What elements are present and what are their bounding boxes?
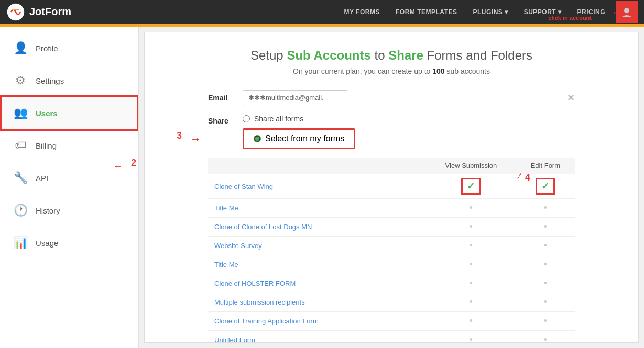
view-submission-cell[interactable]: • xyxy=(426,218,516,237)
sidebar-item-api[interactable]: 🔧 API xyxy=(0,162,138,194)
edit-form-cell[interactable]: • xyxy=(516,218,575,237)
logo-text: JotForm xyxy=(29,6,71,18)
forms-table: View Submission Edit Form Clone of Stan … xyxy=(208,158,575,343)
view-submission-cell[interactable]: • xyxy=(426,199,516,218)
sidebar-label-profile: Profile xyxy=(36,44,58,53)
view-submission-cell[interactable]: • xyxy=(426,237,516,255)
form-name-cell[interactable]: Title Me xyxy=(208,199,426,218)
form-name-cell[interactable]: Untitled Form xyxy=(208,331,426,343)
sidebar-label-history: History xyxy=(36,206,60,215)
edit-form-cell[interactable]: • xyxy=(516,331,575,343)
col-form-name xyxy=(208,158,426,174)
sidebar-item-history[interactable]: 🕐 History xyxy=(0,194,138,227)
svg-point-1 xyxy=(624,8,629,13)
email-label: Email xyxy=(208,94,234,102)
edit-form-cell[interactable]: • xyxy=(516,312,575,331)
col-view-submission: View Submission xyxy=(426,158,516,174)
table-row: Title Me•• xyxy=(208,199,575,218)
form-section: Email ✱✱✱multimedia@gmail. ✕ Share Share… xyxy=(208,90,575,343)
form-name-cell[interactable]: Clone of Stan Wing xyxy=(208,174,426,199)
form-name-cell[interactable]: Clone of Clone of Lost Dogs MN xyxy=(208,218,426,237)
billing-icon: 🏷 xyxy=(13,139,28,152)
api-icon: 🔧 xyxy=(13,171,28,185)
edit-form-cell[interactable]: • xyxy=(516,274,575,293)
sidebar-item-profile[interactable]: 👤 Profile xyxy=(0,32,138,64)
jotform-logo-icon xyxy=(6,3,25,21)
click-account-annotation: click in account xyxy=(548,15,592,21)
check-view-box[interactable]: ✓ xyxy=(461,178,481,195)
select-from-label: Select from my forms xyxy=(265,134,344,143)
form-name-cell[interactable]: Website Survey xyxy=(208,237,426,255)
edit-form-cell[interactable]: • xyxy=(516,255,575,274)
view-submission-cell[interactable]: • xyxy=(426,331,516,343)
form-name-cell[interactable]: Title Me xyxy=(208,255,426,274)
sidebar-item-billing[interactable]: 🏷 Billing xyxy=(0,129,138,162)
sidebar-label-users: Users xyxy=(36,109,58,118)
logo-area: JotForm xyxy=(6,3,337,21)
edit-form-cell[interactable]: • xyxy=(516,199,575,218)
title-sub-accounts: Sub Accounts xyxy=(287,48,370,62)
top-nav: JotForm MY FORMS FORM TEMPLATES PLUGINS … xyxy=(0,0,644,24)
table-row: Untitled Form•• xyxy=(208,331,575,343)
arrow-right-annotation: → xyxy=(607,6,618,18)
view-submission-cell[interactable]: ✓ xyxy=(426,174,516,199)
share-label: Share xyxy=(208,115,234,125)
users-icon: 👥 xyxy=(13,106,28,120)
page-subtitle: On your current plan, you can create up … xyxy=(166,67,617,75)
table-row: Website Survey•• xyxy=(208,237,575,255)
subtitle-end: sub accounts xyxy=(445,67,490,75)
view-submission-cell[interactable]: • xyxy=(426,255,516,274)
account-button[interactable] xyxy=(616,1,638,23)
usage-icon: 📊 xyxy=(13,236,28,250)
select-forms-radio[interactable] xyxy=(254,135,261,142)
table-row: Clone of HOLSTER FORM•• xyxy=(208,274,575,293)
sidebar-label-settings: Settings xyxy=(36,76,64,85)
sidebar-label-billing: Billing xyxy=(36,141,57,150)
share-all-label: Share all forms xyxy=(254,115,303,123)
edit-form-cell[interactable]: • xyxy=(516,237,575,255)
title-end: Forms and Folders xyxy=(423,48,532,62)
share-all-option[interactable]: Share all forms xyxy=(243,115,355,123)
table-row: Clone of Training Application Form•• xyxy=(208,312,575,331)
close-button[interactable]: ✕ xyxy=(567,92,575,104)
title-plain: Setup xyxy=(250,48,287,62)
content-area: Setup Sub Accounts to Share Forms and Fo… xyxy=(144,32,639,343)
main-layout: 👤 Profile ⚙ Settings 👥 Users 2 ← 🏷 Billi… xyxy=(0,27,644,348)
nav-my-forms[interactable]: MY FORMS xyxy=(337,4,387,20)
share-row: Share Share all forms Select from my for… xyxy=(208,115,575,149)
sidebar-item-settings[interactable]: ⚙ Settings xyxy=(0,64,138,97)
select-from-forms-option[interactable]: Select from my forms xyxy=(243,128,355,149)
share-options: Share all forms Select from my forms xyxy=(243,115,355,149)
email-input[interactable]: ✱✱✱multimedia@gmail. xyxy=(243,90,347,105)
subtitle-text: On your current plan, you can create up … xyxy=(293,67,432,75)
form-name-cell[interactable]: Clone of HOLSTER FORM xyxy=(208,274,426,293)
account-icon xyxy=(621,6,632,18)
view-submission-cell[interactable]: • xyxy=(426,312,516,331)
edit-form-cell[interactable]: • xyxy=(516,293,575,312)
subtitle-bold: 100 xyxy=(432,67,444,75)
title-share: Share xyxy=(388,48,423,62)
share-all-radio[interactable] xyxy=(243,115,250,122)
check-edit-box[interactable]: ✓ xyxy=(536,178,555,195)
form-name-cell[interactable]: Multiple submission recipients xyxy=(208,293,426,312)
sidebar-item-usage[interactable]: 📊 Usage xyxy=(0,227,138,259)
sidebar: 👤 Profile ⚙ Settings 👥 Users 2 ← 🏷 Billi… xyxy=(0,27,139,348)
table-row: Clone of Clone of Lost Dogs MN•• xyxy=(208,218,575,237)
nav-plugins[interactable]: PLUGINS ▾ xyxy=(465,4,515,20)
title-to: to xyxy=(371,48,388,62)
view-submission-cell[interactable]: • xyxy=(426,293,516,312)
table-row: Title Me•• xyxy=(208,255,575,274)
sidebar-label-usage: Usage xyxy=(36,239,58,248)
nav-form-templates[interactable]: FORM TEMPLATES xyxy=(388,4,464,20)
annotation-arrow-3: → xyxy=(190,132,201,146)
history-icon: 🕐 xyxy=(13,204,28,217)
table-row: Multiple submission recipients•• xyxy=(208,293,575,312)
sidebar-item-users[interactable]: 👥 Users xyxy=(0,97,138,129)
form-name-cell[interactable]: Clone of Training Application Form xyxy=(208,312,426,331)
annotation-number-4: 4 xyxy=(525,172,530,183)
annotation-number-3: 3 xyxy=(177,130,182,141)
view-submission-cell[interactable]: • xyxy=(426,274,516,293)
profile-icon: 👤 xyxy=(13,41,28,55)
email-row: Email ✱✱✱multimedia@gmail. ✕ xyxy=(208,90,575,105)
page-title: Setup Sub Accounts to Share Forms and Fo… xyxy=(166,48,617,63)
